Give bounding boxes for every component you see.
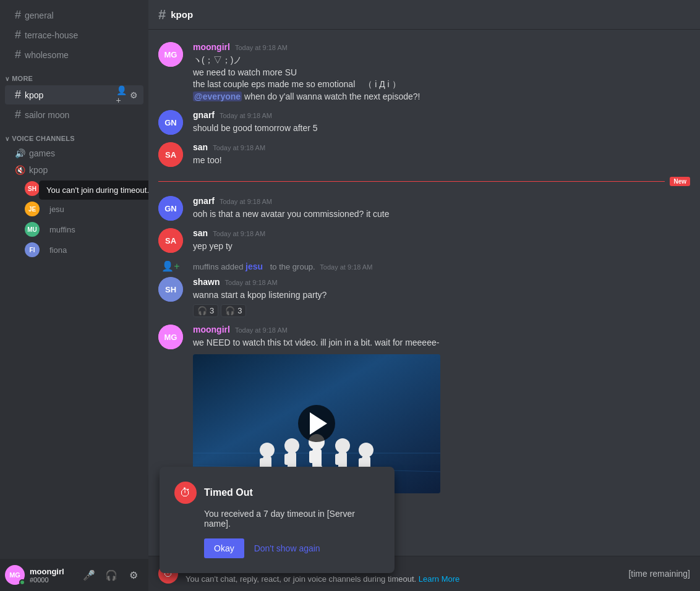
timeout-banner-desc: You can't chat, reply, react, or join vo… [186,574,621,584]
message-text: ooh is that a new avatar you commissione… [193,208,690,221]
modal-body: You received a 7 day timeout in [Server … [204,509,380,529]
message-author-moongirl-2[interactable]: moongirl [193,325,230,334]
message-author-san[interactable]: san [193,142,208,152]
username: moongirl [30,567,79,576]
reaction-2[interactable]: 🎧 3 [221,304,246,317]
reaction-count-1: 3 [210,306,214,315]
sidebar: # general # terrace-house # wholesome MO… [0,0,148,591]
message-author-moongirl[interactable]: moongirl [193,42,230,52]
hash-icon: # [15,48,21,61]
message-author-gnarf[interactable]: gnarf [193,110,215,120]
avatar-wrap: GN [158,196,183,221]
avatar-wrap: GN [158,110,183,135]
svg-text:SA: SA [165,236,177,245]
user-tag: #0000 [30,576,79,584]
more-section-label[interactable]: MORE [0,65,148,85]
svg-point-35 [335,438,350,453]
add-member-icon[interactable]: 👤+ [116,90,126,100]
message-author-shawn[interactable]: shawn [193,277,220,287]
message-text: ヽ(；▽；)ノ we need to watch more SU the las… [193,54,690,103]
play-button[interactable] [298,405,335,442]
avatar-moongirl-2: MG [158,325,183,349]
message-text: yep yep ty [193,240,690,253]
user-bar: MG moongirl #0000 🎤 🎧 ⚙ [0,559,148,591]
svg-text:SH: SH [165,285,176,294]
svg-rect-37 [335,454,340,465]
sidebar-item-sailor-moon[interactable]: # sailor moon [5,105,143,124]
svg-point-23 [284,438,299,453]
add-user-system-icon: 👤+ [158,260,183,272]
reaction-1[interactable]: 🎧 3 [193,304,218,317]
voice-member-shawn[interactable]: SH shawn true LIVE 👤+ [5,179,143,198]
svg-rect-32 [317,451,322,463]
speaker-icon-muted: 🔇 [15,165,25,175]
live-badge-shawn: LIVE [75,185,94,193]
system-message: 👤+ muffins added jesu to the group. Toda… [148,258,700,274]
message-timestamp: Today at 9:18 AM [235,44,288,51]
message-group-gnarf-1: GN gnarf Today at 9:18 AM should be good… [148,108,700,137]
message-text: we NEED to watch this txt video. ill joi… [193,337,690,349]
message-line: the last couple eps made me so emotional… [193,79,690,91]
main-content: # kpop MG moongirl Today at 9:18 AM [148,0,700,591]
avatar-shawn: SH [25,181,40,196]
user-settings-button[interactable]: ⚙ [124,565,143,585]
avatar-shawn-msg: SH [158,277,183,302]
message-content: san Today at 9:18 AM yep yep ty [193,228,690,253]
voice-member-jesu[interactable]: JE jesu [5,199,143,219]
everyone-mention: @everyone [193,91,242,101]
message-content: gnarf Today at 9:18 AM ooh is that a new… [193,196,690,221]
settings-icon[interactable]: ⚙ [129,90,139,100]
voice-channel-kpop[interactable]: 🔇 kpop You can't join during timeout. [5,162,143,178]
microphone-button[interactable]: 🎤 [79,565,99,585]
avatar-moongirl: MG [158,42,183,67]
message-text: wanna start a kpop listening party? [193,289,690,302]
timed-out-modal: ⏱ Timed Out You received a 7 day timeout… [160,467,395,573]
message-timestamp: Today at 9:18 AM [213,144,265,151]
message-timestamp: Today at 9:18 AM [225,279,278,286]
avatar-wrap: MG [158,42,183,67]
reactions: 🎧 3 🎧 3 [193,304,690,317]
mention-jesu[interactable]: jesu [245,261,263,271]
message-content: moongirl Today at 9:18 AM ヽ(；▽；)ノ we nee… [193,42,690,103]
message-text: should be good tomorrow after 5 [193,122,690,135]
add-member-voice-icon[interactable]: 👤+ [121,183,139,195]
new-messages-divider: New [148,172,700,191]
message-line: ヽ(；▽；)ノ [193,54,690,67]
message-content: gnarf Today at 9:18 AM should be good to… [193,110,690,135]
channel-header-hash-icon: # [158,7,166,23]
svg-text:MG: MG [164,333,177,342]
svg-point-17 [260,443,275,457]
learn-more-link[interactable]: Learn More [419,574,459,584]
sidebar-item-wholesome[interactable]: # wholesome [5,45,143,64]
message-author-san-2[interactable]: san [193,228,208,238]
svg-rect-25 [284,454,289,465]
svg-rect-26 [291,454,296,465]
okay-button[interactable]: Okay [204,538,244,558]
avatar-muffins: MU [25,222,40,237]
sidebar-item-general[interactable]: # general [5,6,143,25]
speaker-icon: 🔊 [15,148,25,158]
voice-channels-section-label[interactable]: VOICE CHANNELS [0,125,148,145]
channel-list: # general # terrace-house # wholesome MO… [0,0,148,559]
modal-buttons: Okay Don't show again [204,538,380,558]
avatar-san-2: SA [158,228,183,253]
message-line: we need to watch more SU [193,67,690,79]
voice-channel-games[interactable]: 🔊 games [5,145,143,161]
system-message-text: muffins added jesu to the group. Today a… [193,261,372,271]
message-timestamp: Today at 9:18 AM [213,230,265,237]
sidebar-item-terrace-house[interactable]: # terrace-house [5,25,143,45]
voice-member-muffins[interactable]: MU muffins [5,219,143,239]
message-author-gnarf-2[interactable]: gnarf [193,196,215,206]
voice-member-fiona[interactable]: FI fiona [5,240,143,260]
sidebar-item-kpop[interactable]: # kpop 👤+ ⚙ [5,85,143,104]
message-group-gnarf-2: GN gnarf Today at 9:18 AM ooh is that a … [148,193,700,223]
avatar-wrap: MG [158,325,183,349]
headset-button[interactable]: 🎧 [101,565,121,585]
message-header: san Today at 9:18 AM [193,228,690,238]
message-group-moongirl-1: MG moongirl Today at 9:18 AM ヽ(；▽；)ノ we … [148,40,700,105]
modal-title: Timed Out [204,487,253,498]
reaction-emoji-1: 🎧 [197,306,207,315]
message-timestamp: Today at 9:18 AM [220,198,272,205]
dont-show-button[interactable]: Don't show again [254,543,320,553]
user-avatar-wrap: MG [5,565,25,585]
